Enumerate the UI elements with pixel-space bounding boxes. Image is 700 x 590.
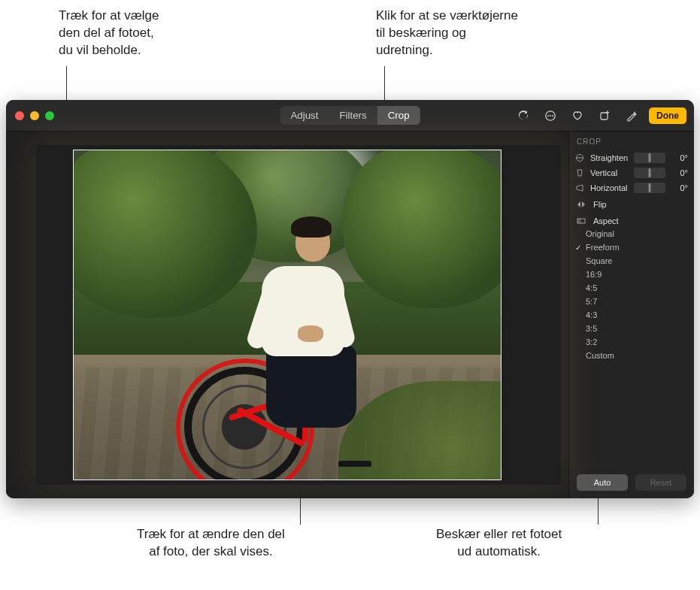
vertical-slider[interactable] — [634, 168, 665, 178]
aspect-option-label: Original — [586, 229, 614, 238]
straighten-slider[interactable] — [634, 153, 665, 163]
aspect-row[interactable]: Aspect — [569, 212, 694, 227]
aspect-option-original[interactable]: ✓Original — [569, 227, 694, 241]
photos-edit-window: Adjust Filters Crop Done — [6, 100, 694, 498]
straighten-label: Straighten — [590, 153, 629, 162]
aspect-icon — [577, 216, 587, 225]
minimize-window-button[interactable] — [30, 111, 39, 120]
aspect-option-label: Freeform — [586, 243, 620, 252]
panel-footer: Auto Reset — [569, 467, 694, 498]
crop-handle-top-right[interactable] — [488, 150, 502, 163]
reset-button[interactable]: Reset — [635, 474, 686, 491]
callout-crop-handles: Træk for at vælge den del af fotoet, du … — [59, 8, 159, 59]
crop-panel: CROP Straighten 0° Vertical 0° — [568, 132, 694, 498]
horizontal-slider[interactable] — [634, 183, 665, 193]
aspect-option-custom[interactable]: ✓Custom — [569, 349, 694, 362]
aspect-option-label: Custom — [586, 351, 614, 360]
crop-frame[interactable] — [73, 150, 502, 480]
more-icon[interactable] — [541, 107, 560, 124]
crop-handle-bottom-left[interactable] — [73, 467, 86, 480]
aspect-option-4-3[interactable]: ✓4:3 — [569, 308, 694, 322]
crop-handle-top-left[interactable] — [73, 150, 86, 163]
aspect-option-3-2[interactable]: ✓3:2 — [569, 335, 694, 349]
horizontal-label: Horizontal — [590, 183, 629, 192]
svg-point-3 — [552, 115, 553, 116]
auto-button[interactable]: Auto — [577, 474, 628, 491]
tab-filters[interactable]: Filters — [329, 106, 377, 125]
horizontal-row[interactable]: Horizontal 0° — [569, 180, 694, 195]
aspect-option-4-5[interactable]: ✓4:5 — [569, 281, 694, 295]
flip-label: Flip — [593, 200, 607, 209]
check-icon: ✓ — [575, 244, 581, 252]
aspect-option-label: 3:5 — [586, 324, 597, 333]
aspect-option-label: Square — [586, 256, 612, 265]
window-controls — [15, 111, 54, 120]
crop-handle-right[interactable] — [488, 307, 502, 322]
app-body: CROP Straighten 0° Vertical 0° — [6, 132, 694, 498]
crop-handle-top[interactable] — [280, 150, 295, 163]
svg-rect-8 — [577, 219, 581, 223]
aspect-option-label: 16:9 — [586, 270, 602, 279]
panel-title: CROP — [569, 132, 694, 150]
flip-row[interactable]: Flip — [569, 195, 694, 212]
callout-crop-tab: Klik for at se værktøjerne til beskæring… — [376, 8, 518, 59]
rotate-icon[interactable] — [514, 107, 533, 124]
straighten-icon — [575, 153, 586, 162]
add-to-icon[interactable] — [595, 107, 614, 124]
tab-crop[interactable]: Crop — [377, 106, 420, 125]
close-window-button[interactable] — [15, 111, 24, 120]
vertical-perspective-icon — [575, 168, 586, 177]
edit-mode-tabs: Adjust Filters Crop — [280, 106, 420, 125]
aspect-option-label: 4:5 — [586, 283, 597, 292]
crop-handle-bottom[interactable] — [280, 467, 295, 480]
aspect-option-label: 5:7 — [586, 297, 597, 306]
crop-handle-bottom-right[interactable] — [488, 467, 502, 480]
aspect-list: ✓Original✓Freeform✓Square✓16:9✓4:5✓5:7✓4… — [569, 227, 694, 367]
crop-handle-left[interactable] — [73, 307, 86, 322]
vertical-value: 0° — [670, 168, 688, 177]
svg-point-2 — [550, 115, 551, 116]
enhance-icon[interactable] — [622, 107, 641, 124]
aspect-label: Aspect — [593, 216, 619, 225]
aspect-option-5-7[interactable]: ✓5:7 — [569, 295, 694, 308]
aspect-option-freeform[interactable]: ✓Freeform — [569, 241, 694, 254]
horizontal-value: 0° — [670, 183, 688, 192]
fullscreen-window-button[interactable] — [45, 111, 54, 120]
aspect-option-label: 4:3 — [586, 310, 597, 319]
vertical-row[interactable]: Vertical 0° — [569, 165, 694, 180]
svg-rect-4 — [601, 113, 608, 120]
tab-adjust[interactable]: Adjust — [280, 106, 329, 125]
callout-auto-button: Beskær eller ret fotoet ud automatisk. — [436, 526, 562, 561]
aspect-option-3-5[interactable]: ✓3:5 — [569, 322, 694, 335]
aspect-option-label: 3:2 — [586, 337, 597, 346]
toolbar-right: Done — [514, 107, 686, 124]
favorite-icon[interactable] — [568, 107, 587, 124]
svg-point-1 — [547, 115, 549, 116]
done-button[interactable]: Done — [649, 107, 686, 124]
callout-drag-photo: Træk for at ændre den del af foto, der s… — [137, 526, 285, 561]
photo-preview[interactable] — [73, 150, 502, 480]
aspect-option-square[interactable]: ✓Square — [569, 254, 694, 268]
canvas-area — [6, 132, 568, 498]
horizontal-perspective-icon — [575, 183, 586, 192]
straighten-row[interactable]: Straighten 0° — [569, 150, 694, 165]
aspect-option-16-9[interactable]: ✓16:9 — [569, 268, 694, 281]
vertical-label: Vertical — [590, 168, 629, 177]
straighten-value: 0° — [670, 153, 688, 162]
titlebar: Adjust Filters Crop Done — [6, 100, 694, 132]
flip-icon — [577, 200, 587, 209]
